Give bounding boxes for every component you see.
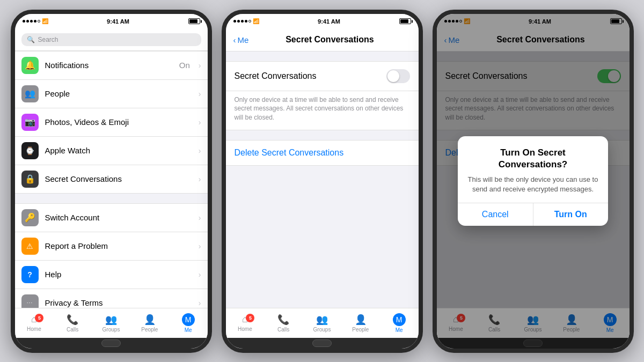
chevron-icon: › (199, 61, 201, 70)
settings-item-photos[interactable]: 📷 Photos, Videos & Emoji › (15, 108, 208, 137)
settings-section-1: 🔔 Notifications On › 👥 People › 📷 Photos… (15, 51, 208, 194)
home-btn-circle-2[interactable] (312, 339, 332, 347)
chevron-icon-4: › (199, 146, 201, 155)
sc-delete-label-2[interactable]: Delete Secret Conversations (235, 148, 344, 157)
home-label-1: Home (27, 326, 41, 332)
groups-icon-1: 👥 (105, 314, 117, 326)
dialog-overlay: Turn On Secret Conversations? This will … (437, 14, 630, 349)
phone-3: 📶 9:41 AM ‹ Me Secret Conversations Secr… (433, 10, 634, 353)
sc-toggle-row: Secret Conversations (226, 62, 419, 91)
chevron-icon-3: › (199, 118, 201, 127)
people-icon: 👥 (21, 85, 39, 102)
people-tab-icon-1: 👤 (144, 314, 156, 326)
home-btn-circle-1[interactable] (101, 339, 121, 347)
settings-item-people[interactable]: 👥 People › (15, 80, 208, 108)
calls-label-2: Calls (277, 327, 289, 333)
signal-dots (23, 20, 40, 23)
me-label-1: Me (185, 327, 192, 333)
apple-watch-label: Apple Watch (45, 146, 192, 155)
notifications-value: On (179, 61, 190, 70)
dialog-message: This will be the only device you can use… (466, 175, 599, 194)
tab-bar-2: 5 ⌂ Home 📞 Calls 👥 Groups 👤 People M Me (226, 308, 419, 338)
dot-4 (34, 20, 36, 23)
home-label-2: Home (238, 326, 252, 332)
tab-calls-1[interactable]: 📞 Calls (53, 314, 92, 333)
dot-3 (30, 20, 33, 23)
toggle-knob-2 (387, 70, 399, 82)
sc-section-toggle: Secret Conversations Only one device at … (226, 61, 419, 130)
help-icon: ? (21, 266, 39, 283)
tab-bar-1: 5 ⌂ Home 📞 Calls 👥 Groups 👤 People M Me (15, 308, 208, 338)
nav-back-2[interactable]: ‹ Me (233, 35, 249, 45)
home-button-1 (15, 338, 208, 349)
calls-icon-2: 📞 (277, 314, 289, 326)
report-label: Report a Problem (45, 241, 192, 250)
chevron-icon-9: › (199, 299, 201, 307)
settings-list: 🔔 Notifications On › 👥 People › 📷 Photos… (15, 51, 208, 308)
help-label: Help (45, 270, 192, 279)
notifications-label: Notifications (45, 61, 173, 70)
settings-item-secret[interactable]: 🔒 Secret Conversations › (15, 165, 208, 194)
dialog-confirm-button[interactable]: Turn On (533, 203, 609, 226)
tab-me-2[interactable]: M Me (380, 313, 419, 333)
tab-calls-2[interactable]: 📞 Calls (264, 314, 303, 333)
groups-icon-2: 👥 (316, 314, 328, 326)
dialog-title: Turn On Secret Conversations? (466, 147, 599, 171)
status-time-1: 9:41 AM (107, 18, 129, 25)
privacy-icon: ··· (21, 294, 39, 308)
signal-dots-2 (233, 20, 251, 23)
search-bar: 🔍 Search (15, 29, 208, 51)
people-tab-label-1: People (141, 327, 158, 333)
calls-label-1: Calls (67, 327, 78, 333)
privacy-label: Privacy & Terms (45, 298, 192, 307)
settings-item-switch[interactable]: 🔑 Switch Account › (15, 203, 208, 232)
people-label: People (45, 89, 192, 98)
tab-people-1[interactable]: 👤 People (130, 314, 169, 333)
notifications-icon: 🔔 (21, 57, 39, 74)
people-tab-label-2: People (352, 327, 369, 333)
dot-2-1 (233, 20, 236, 23)
me-label-2: Me (396, 327, 403, 333)
report-icon: ⚠ (21, 238, 39, 255)
dialog-cancel-button[interactable]: Cancel (458, 203, 533, 226)
search-wrap[interactable]: 🔍 Search (21, 33, 201, 46)
people-tab-icon-2: 👤 (355, 314, 367, 326)
secret-toggle-2[interactable] (386, 69, 410, 83)
tab-home-1[interactable]: 5 ⌂ Home (15, 314, 54, 332)
apple-watch-icon: ⌚ (21, 142, 39, 159)
dot-2 (26, 20, 29, 23)
chevron-icon-5: › (199, 175, 201, 183)
secret-icon: 🔒 (21, 171, 39, 188)
dot-2-3 (241, 20, 244, 23)
battery-area (188, 18, 200, 24)
dialog-content: Turn On Secret Conversations? This will … (458, 136, 608, 203)
tab-home-2[interactable]: 5 ⌂ Home (226, 314, 265, 332)
me-icon-1: M (182, 313, 195, 326)
status-bar-1: 📶 9:41 AM (15, 14, 208, 29)
signal-area: 📶 (23, 18, 48, 24)
tab-groups-2[interactable]: 👥 Groups (303, 314, 341, 333)
settings-item-notifications[interactable]: 🔔 Notifications On › (15, 51, 208, 80)
settings-item-apple-watch[interactable]: ⌚ Apple Watch › (15, 137, 208, 165)
switch-icon: 🔑 (21, 209, 39, 226)
settings-item-privacy[interactable]: ··· Privacy & Terms › (15, 289, 208, 308)
status-time-2: 9:41 AM (318, 18, 340, 25)
search-placeholder: Search (38, 36, 58, 43)
tab-groups-1[interactable]: 👥 Groups (92, 314, 130, 333)
nav-title-2: Secret Conversations (248, 35, 411, 45)
settings-item-help[interactable]: ? Help › (15, 261, 208, 289)
tab-people-2[interactable]: 👤 People (341, 314, 380, 333)
phone-2: 📶 9:41 AM ‹ Me Secret Conversations Secr… (222, 10, 423, 353)
dialog-box: Turn On Secret Conversations? This will … (458, 136, 608, 226)
battery-fill-2 (400, 19, 408, 23)
sc-description-2: Only one device at a time will be able t… (226, 91, 419, 130)
me-icon-2: M (393, 313, 406, 326)
chevron-icon-6: › (199, 213, 201, 222)
wifi-icon-2: 📶 (253, 18, 259, 24)
photos-icon: 📷 (21, 114, 39, 131)
phone-1: 📶 9:41 AM 🔍 Search 🔔 Notifications (11, 10, 212, 353)
groups-label-1: Groups (103, 327, 120, 333)
tab-me-1[interactable]: M Me (169, 313, 208, 333)
settings-section-2: 🔑 Switch Account › ⚠ Report a Problem › … (15, 203, 208, 308)
settings-item-report[interactable]: ⚠ Report a Problem › (15, 232, 208, 261)
